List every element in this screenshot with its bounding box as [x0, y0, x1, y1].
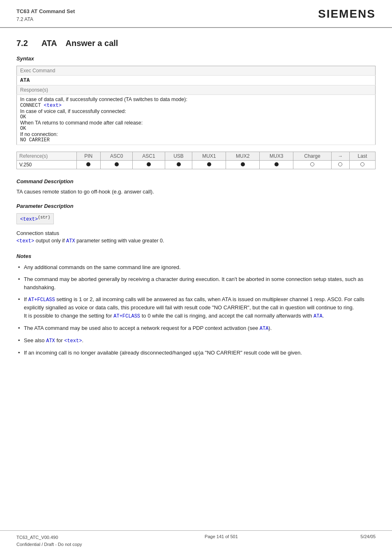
note-4-link-ata: ATA — [260, 326, 269, 332]
dot-filled-usb — [177, 162, 181, 166]
ref-dot-last — [349, 160, 375, 169]
doc-title: TC63 AT Command Set — [16, 7, 75, 16]
response-line-1: In case of data call, if successfully co… — [20, 97, 372, 102]
ref-dot-asc1 — [133, 160, 165, 169]
note-3-link-atfclass1: AT+FCLASS — [28, 297, 55, 303]
param-desc-heading: Parameter Description — [16, 203, 376, 209]
notes-list: Any additional commands on the same comm… — [16, 263, 376, 357]
note-1-text: Any additional commands on the same comm… — [24, 264, 181, 270]
cmd-desc-heading: Command Description — [16, 178, 376, 184]
main-content: 7.2 ATA Answer a call Syntax Exec Comman… — [0, 28, 392, 386]
footer-doc-id: TC63_ATC_V00.490 — [16, 534, 82, 541]
cmd-desc-text: TA causes remote station to go off-hook … — [16, 189, 376, 195]
ref-dot-pin — [76, 160, 100, 169]
dot-filled-asc1 — [147, 162, 151, 166]
note-6-text: If an incoming call is no longer availab… — [24, 350, 302, 356]
dot-filled-mux3 — [274, 162, 279, 166]
ref-col-usb: USB — [165, 152, 192, 160]
section-heading: 7.2 ATA Answer a call — [16, 39, 376, 48]
response-line-6: OK — [20, 126, 372, 131]
param-note-suffix: parameter setting with value greater 0. — [76, 238, 164, 244]
ref-col-arrow: → — [331, 152, 349, 160]
ref-col-asc1: ASC1 — [133, 152, 165, 160]
ref-col-mux1: MUX1 — [192, 152, 226, 160]
note-5-link-text: <text> — [64, 338, 82, 344]
page-footer: TC63_ATC_V00.490 Confidential / Draft - … — [0, 530, 392, 548]
param-name: <text> — [20, 216, 38, 222]
dot-empty-last — [360, 162, 364, 166]
param-box-container: <text>(str) — [16, 213, 376, 227]
header-left: TC63 AT Command Set 7.2 ATA — [16, 7, 75, 23]
note-3-text: If AT+FCLASS setting is 1 or 2, all inco… — [24, 296, 364, 319]
dot-filled-mux1 — [207, 162, 211, 166]
notes-heading: Notes — [16, 253, 376, 259]
param-note-text-link: <text> — [16, 238, 34, 244]
ref-dot-mux3 — [260, 160, 293, 169]
param-note-atx-link: ATX — [66, 238, 75, 244]
param-note: <text> output only if ATX parameter sett… — [16, 238, 376, 244]
response-line-5: When TA returns to command mode after ca… — [20, 120, 372, 126]
note-item-2: The command may be aborted generally by … — [16, 275, 376, 291]
ref-dot-asc0 — [100, 160, 132, 169]
note-2-text: The command may be aborted generally by … — [24, 276, 363, 290]
ref-col-mux3: MUX3 — [260, 152, 293, 160]
response-line-4: OK — [20, 114, 372, 120]
reference-table: Reference(s) PIN ASC0 ASC1 USB MUX1 MUX2… — [16, 152, 376, 169]
note-item-5: See also ATX for <text>. — [16, 336, 376, 345]
note-5-link-atx: ATX — [46, 338, 55, 344]
param-note-prefix: output only if — [36, 238, 66, 244]
footer-confidential: Confidential / Draft - Do not copy — [16, 541, 82, 548]
footer-left: TC63_ATC_V00.490 Confidential / Draft - … — [16, 534, 82, 548]
note-item-3: If AT+FCLASS setting is 1 or 2, all inco… — [16, 295, 376, 320]
response-line-8: NO CARRIER — [20, 137, 372, 143]
dot-filled-asc0 — [115, 162, 119, 166]
param-name-box: <text>(str) — [16, 213, 54, 224]
section-number: 7.2 — [16, 39, 28, 48]
syntax-heading: Syntax — [16, 55, 376, 62]
ref-dot-mux2 — [226, 160, 260, 169]
dot-empty-charge — [310, 162, 314, 166]
exec-command-value: ATA — [17, 75, 376, 85]
footer-page: Page 141 of 501 — [205, 534, 238, 548]
footer-date: 5/24/05 — [360, 534, 376, 548]
ref-col-pin: PIN — [76, 152, 100, 160]
note-3-link-ata: ATA — [314, 313, 323, 319]
ref-dot-mux1 — [192, 160, 226, 169]
response-line-3: In case of voice call, if successfully c… — [20, 108, 372, 114]
note-item-6: If an incoming call is no longer availab… — [16, 349, 376, 357]
ref-dot-charge — [293, 160, 332, 169]
note-5-text: See also ATX for <text>. — [24, 337, 83, 343]
section-title: Answer a call — [66, 39, 118, 48]
response-line-2: CONNECT <text> — [20, 102, 372, 108]
response-label: Response(s) — [17, 85, 376, 94]
dot-filled-mux2 — [241, 162, 245, 166]
ref-dot-arrow — [331, 160, 349, 169]
syntax-table: Exec Command ATA Response(s) In case of … — [16, 66, 376, 145]
note-item-4: The ATA command may be used also to acce… — [16, 324, 376, 332]
section-command: ATA — [42, 39, 57, 48]
header-section: 7.2 ATA — [16, 16, 75, 23]
ref-dot-usb — [165, 160, 192, 169]
page-header: TC63 AT Command Set 7.2 ATA SIEMENS — [0, 0, 392, 28]
response-content: In case of data call, if successfully co… — [17, 94, 376, 145]
response-line-7: If no connection: — [20, 131, 372, 137]
dot-filled-pin — [86, 162, 90, 166]
dot-empty-arrow — [338, 162, 342, 166]
ref-row-label: V.250 — [17, 160, 77, 169]
note-item-1: Any additional commands on the same comm… — [16, 263, 376, 272]
param-superscript: (str) — [38, 215, 50, 220]
exec-command-label: Exec Command — [17, 66, 376, 75]
ref-col-charge: Charge — [293, 152, 332, 160]
param-desc-text: Connection status — [16, 230, 376, 236]
siemens-logo: SIEMENS — [318, 7, 376, 21]
note-3-link-atfclass2: AT+FCLASS — [113, 313, 140, 319]
note-4-text: The ATA command may be used also to acce… — [24, 325, 272, 331]
ref-col-mux2: MUX2 — [226, 152, 260, 160]
command-text: ATA — [20, 77, 30, 83]
ref-col-last: Last — [349, 152, 375, 160]
ref-col-asc0: ASC0 — [100, 152, 132, 160]
ref-header-label: Reference(s) — [17, 152, 77, 160]
